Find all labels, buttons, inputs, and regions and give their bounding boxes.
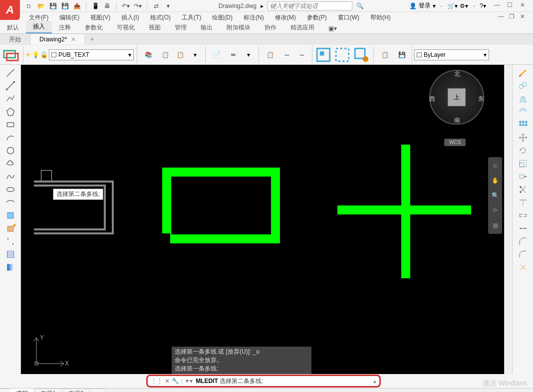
- exchange-icon[interactable]: ⚙▾: [460, 2, 468, 9]
- saveas-icon[interactable]: 💾: [60, 1, 70, 11]
- ribbon-tab-view[interactable]: 视图: [142, 22, 168, 33]
- ribbon-tab-addins[interactable]: 附加模块: [220, 22, 258, 33]
- layer-combo[interactable]: PUB_TEXT ▾: [49, 49, 134, 60]
- layout-tab-1[interactable]: 布局1: [34, 389, 62, 392]
- point-icon[interactable]: [2, 235, 18, 247]
- open-icon[interactable]: 📂: [36, 1, 46, 11]
- viewcube[interactable]: 上 北 南 东 西 WCS: [429, 70, 489, 145]
- circle-icon[interactable]: [2, 145, 18, 157]
- doc-tab-start[interactable]: 开始: [0, 34, 30, 45]
- ribbon-tab-output[interactable]: 输出: [194, 22, 220, 33]
- menu-format[interactable]: 格式(O): [145, 12, 176, 23]
- user-icon[interactable]: 👤: [409, 2, 417, 9]
- redo-icon[interactable]: ↷▾: [133, 1, 143, 11]
- app-logo[interactable]: A: [0, 0, 20, 20]
- horizontal-scrollbar[interactable]: [106, 389, 533, 392]
- rectangle-icon[interactable]: [2, 119, 18, 131]
- menu-view[interactable]: 视图(V): [85, 12, 115, 23]
- block-edit-icon[interactable]: ✏: [227, 48, 241, 62]
- layout-tab-add-icon[interactable]: +: [90, 390, 106, 392]
- arc-icon[interactable]: [2, 132, 18, 144]
- clipboard-save-icon[interactable]: 💾: [395, 48, 409, 62]
- search-input[interactable]: [267, 1, 352, 10]
- doc-tab-add-icon[interactable]: +: [85, 34, 99, 44]
- ribbon-tab-collab[interactable]: 协作: [258, 22, 283, 33]
- scale-icon[interactable]: [515, 158, 531, 170]
- layout-tab-2[interactable]: 布局2: [62, 389, 90, 392]
- layer-lock-icon[interactable]: 🔓: [40, 51, 48, 58]
- layout-tab-model[interactable]: 模型: [10, 389, 34, 392]
- help-icon[interactable]: ?▾: [480, 2, 486, 9]
- ribbon-tab-insert[interactable]: 插入: [26, 21, 52, 33]
- new-block-icon[interactable]: ★: [2, 222, 18, 234]
- viewcube-face[interactable]: 上: [448, 88, 466, 106]
- vertical-scrollbar[interactable]: [504, 65, 512, 374]
- layerstate-icon[interactable]: 📚: [139, 46, 157, 64]
- close-icon[interactable]: ✕: [520, 1, 529, 10]
- array-icon[interactable]: [515, 119, 531, 131]
- search-icon[interactable]: 🔍: [356, 2, 364, 9]
- offset-icon[interactable]: [515, 106, 531, 118]
- menu-param[interactable]: 参数(P): [302, 12, 332, 23]
- ribbon-tab-featured[interactable]: 精选应用: [283, 22, 321, 33]
- chamfer-icon[interactable]: [515, 235, 531, 247]
- group-icon[interactable]: [314, 46, 332, 64]
- cmd-up-icon[interactable]: ▴: [373, 378, 376, 385]
- doc-tab-drawing2[interactable]: Drawing2*✕: [30, 34, 85, 44]
- line-icon[interactable]: [2, 67, 18, 79]
- mirror-icon[interactable]: [515, 93, 531, 105]
- cmd-grip-icon[interactable]: ⋮⋮: [151, 378, 163, 385]
- save-icon[interactable]: 💾: [48, 1, 58, 11]
- menu-edit[interactable]: 编辑(E): [54, 12, 84, 23]
- viewcube-north[interactable]: 北: [454, 70, 460, 78]
- block-icon[interactable]: [2, 209, 18, 221]
- viewcube-south[interactable]: 南: [454, 116, 460, 125]
- layeriso-icon[interactable]: 📋: [173, 48, 187, 62]
- block-more-icon[interactable]: ▾: [242, 48, 256, 62]
- layer-bulb-icon[interactable]: 💡: [32, 51, 39, 58]
- layermore-icon[interactable]: ▾: [188, 48, 202, 62]
- ungroup-icon[interactable]: [333, 46, 351, 64]
- ellipse-icon[interactable]: [2, 184, 18, 196]
- ribbon-tab-default[interactable]: 默认: [0, 22, 26, 33]
- undo-icon[interactable]: ↶▾: [121, 1, 131, 11]
- join-icon[interactable]: [515, 222, 531, 234]
- break-icon[interactable]: [515, 209, 531, 221]
- cart-icon[interactable]: 🛒▾: [447, 2, 458, 9]
- clipboard-paste-icon[interactable]: 📋: [376, 46, 394, 64]
- drawing-canvas[interactable]: 选择第二条多线: YX 选择第一条多线 或 [放弃(U)]: _u 命令已完全放…: [21, 65, 504, 374]
- menu-draw[interactable]: 绘图(D): [207, 12, 238, 23]
- polygon-icon[interactable]: [2, 106, 18, 118]
- login-dropdown-icon[interactable]: ▾: [433, 2, 436, 9]
- group-edit-icon[interactable]: [352, 46, 370, 64]
- maximize-icon[interactable]: ☐: [507, 1, 516, 10]
- rotate-icon[interactable]: [515, 145, 531, 157]
- doc-minimize-icon[interactable]: —: [498, 13, 507, 22]
- props-match-icon[interactable]: 📋: [261, 46, 279, 64]
- move-icon[interactable]: [515, 132, 531, 144]
- layer-sun-icon[interactable]: ☀: [25, 51, 31, 58]
- wcs-badge[interactable]: WCS: [444, 139, 466, 146]
- nav-wheel-icon[interactable]: ◎: [490, 160, 501, 171]
- ribbon-tab-annotate[interactable]: 注释: [52, 22, 78, 33]
- explode-icon[interactable]: [515, 261, 531, 273]
- viewcube-west[interactable]: 西: [429, 95, 435, 103]
- nav-zoom-icon[interactable]: 🔍: [490, 190, 501, 201]
- ribbon-collapse-icon[interactable]: ▣▾: [321, 23, 344, 33]
- doc-tab-close-icon[interactable]: ✕: [71, 36, 76, 43]
- cmd-close-icon[interactable]: ✕: [165, 378, 170, 385]
- device-icon[interactable]: 📱: [90, 1, 100, 11]
- props-panel-icon[interactable]: ─: [280, 48, 294, 62]
- menu-help[interactable]: 帮助(H): [365, 12, 396, 23]
- viewcube-east[interactable]: 东: [478, 95, 484, 103]
- menu-tools[interactable]: 工具(T): [177, 12, 206, 23]
- minimize-icon[interactable]: —: [494, 1, 503, 10]
- nav-pan-icon[interactable]: ✋: [490, 175, 501, 186]
- share-icon[interactable]: ⇄: [151, 1, 161, 11]
- doc-close-icon[interactable]: ✕: [520, 13, 529, 22]
- trim-icon[interactable]: [515, 184, 531, 196]
- props-more-icon[interactable]: ─: [295, 48, 309, 62]
- qat-dropdown-icon[interactable]: ▾: [163, 1, 173, 11]
- gradient-icon[interactable]: [2, 261, 18, 273]
- cmd-wrench-icon[interactable]: 🔧: [172, 378, 179, 385]
